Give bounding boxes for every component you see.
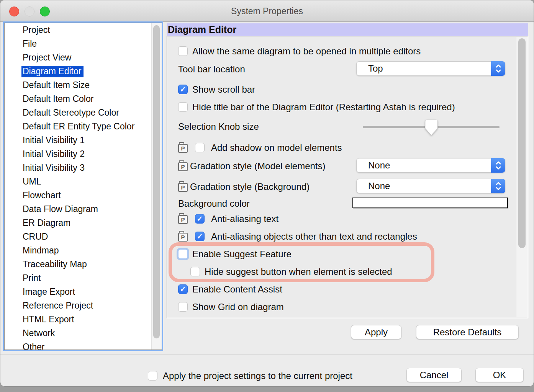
sidebar-item[interactable]: Traceability Map — [5, 257, 162, 271]
sidebar-item[interactable]: Print — [5, 271, 162, 285]
setting-row: Hide title bar of the Diagram Editor (Re… — [178, 102, 455, 112]
antialias-objects-label: Anti-aliasing objects other than text an… — [211, 231, 417, 242]
footer-divider — [0, 354, 534, 355]
sidebar-item[interactable]: Initial Visibility 2 — [5, 147, 162, 161]
show-scroll-bar-label: Show scroll bar — [192, 84, 255, 95]
hide-suggest-button-label: Hide suggest button when element is sele… — [205, 266, 392, 277]
setting-row: Enable Suggest Feature — [178, 249, 292, 259]
setting-row: Background color — [178, 198, 250, 209]
setting-row: Selection Knob size — [178, 121, 259, 132]
setting-row: Tool bar location — [178, 64, 245, 74]
project-property-icon: P — [178, 142, 188, 153]
background-color-swatch[interactable] — [352, 198, 508, 208]
add-shadow-label: Add shadow on model elements — [211, 142, 342, 153]
background-color-label: Background color — [178, 198, 250, 209]
apply-project-settings-label: Apply the project settings to the curren… — [163, 371, 352, 381]
sidebar-item[interactable]: Default Stereotype Color — [5, 106, 162, 119]
gradation-background-label: Gradation style (Background) — [190, 181, 310, 192]
enable-suggest-checkbox[interactable] — [178, 249, 188, 259]
setting-row: P Anti-aliasing objects other than text … — [178, 231, 417, 242]
sidebar-item[interactable]: File — [5, 37, 162, 51]
sidebar-item[interactable]: Diagram Editor — [5, 64, 162, 78]
setting-row: P Anti-aliasing text — [178, 214, 278, 224]
sidebar-item[interactable]: Network — [5, 326, 162, 340]
window-title: System Properties — [0, 6, 534, 16]
toolbar-location-select[interactable]: Top — [356, 61, 505, 76]
setting-row: Show Grid on diagram — [178, 302, 284, 312]
restore-defaults-button[interactable]: Restore Defaults — [416, 325, 519, 339]
gradation-model-value: None — [357, 160, 390, 171]
sidebar-item[interactable]: Project — [5, 23, 162, 37]
project-property-icon: P — [178, 231, 188, 242]
chevron-up-down-icon — [491, 61, 505, 76]
show-grid-checkbox[interactable] — [178, 302, 188, 312]
sidebar-item[interactable]: Mindmap — [5, 243, 162, 257]
enable-suggest-label: Enable Suggest Feature — [192, 249, 292, 260]
gradation-background-select[interactable]: None — [356, 179, 505, 193]
gradation-model-select[interactable]: None — [356, 158, 505, 173]
cancel-button[interactable]: Cancel — [406, 368, 462, 382]
gradation-model-label: Gradation style (Model elements) — [190, 161, 325, 172]
selection-knob-label: Selection Knob size — [178, 121, 259, 132]
sidebar-item[interactable]: Default Item Color — [5, 92, 162, 106]
enable-content-assist-label: Enable Content Assist — [192, 284, 282, 295]
sidebar-scrollbar-thumb[interactable] — [153, 25, 160, 338]
sidebar-item[interactable]: Reference Project — [5, 299, 162, 312]
allow-multiple-editors-label: Allow the same diagram to be opened in m… — [192, 46, 421, 57]
ok-button[interactable]: OK — [475, 368, 524, 382]
sidebar-item[interactable]: Other — [5, 340, 162, 350]
project-property-icon: P — [178, 160, 188, 172]
setting-row: Hide suggest button when element is sele… — [190, 266, 392, 277]
system-properties-dialog: System Properties Project File Project V… — [0, 0, 534, 387]
gradation-background-value: None — [357, 181, 390, 191]
toolbar-location-label: Tool bar location — [178, 64, 245, 75]
setting-row: P Gradation style (Background) — [178, 181, 310, 192]
sidebar-item[interactable]: Initial Visibility 1 — [5, 133, 162, 147]
add-shadow-checkbox[interactable] — [195, 143, 205, 152]
toolbar-location-value: Top — [357, 63, 383, 74]
panel-title: Diagram Editor — [167, 23, 528, 36]
chevron-up-down-icon — [491, 179, 505, 193]
chevron-up-down-icon — [491, 158, 505, 173]
sidebar-item[interactable]: Data Flow Diagram — [5, 202, 162, 216]
selection-knob-slider[interactable] — [363, 119, 500, 136]
setting-row: Allow the same diagram to be opened in m… — [178, 46, 421, 56]
setting-row: P Add shadow on model elements — [178, 142, 342, 153]
project-property-icon: P — [178, 213, 188, 224]
apply-project-settings-checkbox[interactable] — [148, 371, 157, 381]
apply-button[interactable]: Apply — [351, 325, 401, 339]
hide-title-bar-label: Hide title bar of the Diagram Editor (Re… — [192, 102, 455, 113]
allow-multiple-editors-checkbox[interactable] — [178, 46, 188, 56]
sidebar-item[interactable]: Image Export — [5, 285, 162, 299]
panel-scrollbar-thumb[interactable] — [518, 38, 526, 248]
panel-scrollbar[interactable] — [516, 37, 527, 317]
sidebar-item[interactable]: ER Diagram — [5, 216, 162, 230]
show-scroll-bar-checkbox[interactable] — [178, 85, 188, 94]
hide-title-bar-checkbox[interactable] — [178, 102, 188, 112]
antialias-text-label: Anti-aliasing text — [211, 214, 278, 224]
setting-row: Show scroll bar — [178, 84, 255, 95]
sidebar-item[interactable]: CRUD — [5, 230, 162, 243]
sidebar-item[interactable]: Project View — [5, 51, 162, 64]
diagram-editor-settings: Allow the same diagram to be opened in m… — [167, 36, 528, 318]
antialias-text-checkbox[interactable] — [195, 214, 205, 224]
sidebar-item[interactable]: Default Item Size — [5, 78, 162, 92]
sidebar-item[interactable]: Initial Visibility 3 — [5, 161, 162, 175]
show-grid-label: Show Grid on diagram — [192, 302, 284, 312]
antialias-objects-checkbox[interactable] — [195, 232, 205, 241]
selection-knob-thumb[interactable] — [425, 119, 438, 136]
sidebar-item[interactable]: Flowchart — [5, 188, 162, 202]
sidebar-item[interactable]: HTML Export — [5, 312, 162, 326]
setting-row: Enable Content Assist — [178, 284, 282, 294]
sidebar-item[interactable]: UML — [5, 175, 162, 188]
setting-row: P Gradation style (Model elements) — [178, 161, 325, 171]
sidebar-scrollbar[interactable] — [151, 23, 162, 350]
window-titlebar: System Properties — [0, 0, 534, 22]
enable-content-assist-checkbox[interactable] — [178, 284, 188, 294]
category-list: Project File Project View Diagram Editor… — [4, 23, 162, 350]
project-property-icon: P — [178, 181, 188, 192]
sidebar-item[interactable]: Default ER Entity Type Color — [5, 119, 162, 133]
hide-suggest-button-checkbox[interactable] — [190, 267, 200, 276]
